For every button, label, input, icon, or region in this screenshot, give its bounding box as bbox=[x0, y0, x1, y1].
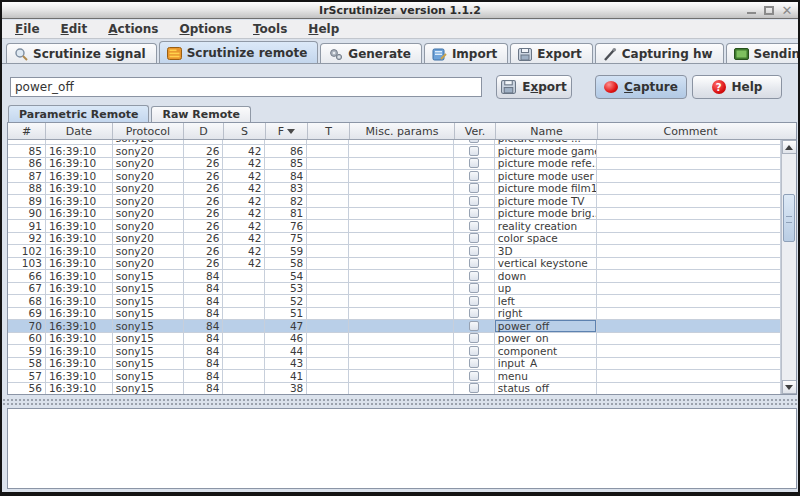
verified-checkbox[interactable] bbox=[469, 233, 479, 243]
floppy-disk-icon bbox=[518, 48, 532, 61]
maximize-button[interactable] bbox=[762, 4, 776, 17]
capture-button[interactable]: Capture bbox=[595, 75, 687, 99]
table-row[interactable]: 8616:39:10sony20264285picture mode refe.… bbox=[8, 158, 781, 171]
col-header-name[interactable]: Name bbox=[496, 123, 598, 139]
close-button[interactable]: ✕ bbox=[780, 4, 794, 17]
col-header-misc-params[interactable]: Misc. params bbox=[350, 123, 455, 139]
table-row[interactable]: 8916:39:10sony20264282picture mode TV bbox=[8, 195, 781, 208]
verified-checkbox[interactable] bbox=[469, 358, 479, 368]
table-row[interactable]: 10216:39:10sony202642593D bbox=[8, 245, 781, 258]
verified-checkbox[interactable] bbox=[469, 346, 479, 356]
menu-bar: File Edit Actions Options Tools Help bbox=[2, 20, 798, 39]
scroll-up-button[interactable] bbox=[782, 140, 797, 154]
table-row[interactable]: 8516:39:10sony20264286picture mode game bbox=[8, 145, 781, 158]
remote-sub-tabs: Parametric Remote Raw Remote bbox=[8, 105, 253, 122]
tab-import[interactable]: Import bbox=[424, 43, 508, 64]
scrollbar-track[interactable] bbox=[782, 154, 797, 380]
col-header-protocol[interactable]: Protocol bbox=[113, 123, 184, 139]
verified-checkbox[interactable] bbox=[469, 183, 479, 193]
verified-checkbox[interactable] bbox=[469, 296, 479, 306]
verified-checkbox[interactable] bbox=[469, 140, 479, 143]
tabstrip-divider bbox=[2, 63, 798, 64]
verified-checkbox[interactable] bbox=[469, 333, 479, 343]
tab-label: Capturing hw bbox=[622, 47, 713, 61]
verified-checkbox[interactable] bbox=[469, 258, 479, 268]
tab-raw-remote[interactable]: Raw Remote bbox=[151, 106, 251, 122]
verified-checkbox[interactable] bbox=[469, 308, 479, 318]
floppy-disk-icon bbox=[501, 80, 516, 94]
table-row[interactable]: 5816:39:10sony158443input_A bbox=[8, 358, 781, 371]
table-row[interactable]: 5616:39:10sony158438status_off bbox=[8, 383, 781, 395]
table-row[interactable]: 8716:39:10sony20264284picture mode user bbox=[8, 170, 781, 183]
verified-checkbox[interactable] bbox=[469, 383, 479, 393]
close-icon: ✕ bbox=[782, 4, 793, 17]
tab-sending-hw[interactable]: Sending hw bbox=[726, 43, 800, 64]
col-header-f[interactable]: F bbox=[266, 123, 308, 139]
verified-checkbox[interactable] bbox=[469, 208, 479, 218]
verified-checkbox[interactable] bbox=[469, 158, 479, 168]
table-row[interactable]: 6616:39:10sony158454down bbox=[8, 270, 781, 283]
table-row[interactable]: 5716:39:10sony158441menu bbox=[8, 370, 781, 383]
import-document-icon bbox=[432, 48, 447, 61]
col-header-date[interactable]: Date bbox=[46, 123, 113, 139]
menu-tools[interactable]: Tools bbox=[247, 21, 293, 37]
tab-scrutinize-signal[interactable]: Scrutinize signal bbox=[6, 43, 157, 64]
verified-checkbox[interactable] bbox=[469, 321, 479, 331]
table-row[interactable]: 6016:39:10sony158446power_on bbox=[8, 333, 781, 346]
app-window: IrScrutinizer version 1.1.2 ✕ File Edit … bbox=[0, 0, 800, 496]
split-pane-divider[interactable] bbox=[2, 398, 798, 406]
table-row[interactable]: 8816:39:10sony20264283picture mode film1 bbox=[8, 183, 781, 196]
window-title: IrScrutinizer version 1.1.2 bbox=[319, 4, 481, 17]
table-row[interactable]: sony20picture mode ... bbox=[8, 140, 781, 145]
verified-checkbox[interactable] bbox=[469, 171, 479, 181]
tab-capturing-hw[interactable]: Capturing hw bbox=[595, 43, 724, 64]
tab-scrutinize-remote[interactable]: Scrutinize remote bbox=[159, 41, 319, 64]
menu-options[interactable]: Options bbox=[173, 21, 238, 37]
green-screen-icon bbox=[734, 48, 749, 60]
gears-icon bbox=[328, 48, 343, 61]
tab-parametric-remote[interactable]: Parametric Remote bbox=[8, 105, 149, 122]
table-row[interactable]: 6716:39:10sony158453up bbox=[8, 283, 781, 296]
col-header-t[interactable]: T bbox=[308, 123, 350, 139]
verified-checkbox[interactable] bbox=[469, 146, 479, 156]
table-row[interactable]: 9116:39:10sony20264276reality creation bbox=[8, 220, 781, 233]
verified-checkbox[interactable] bbox=[469, 271, 479, 281]
subtab-label: Raw Remote bbox=[162, 108, 240, 121]
col-header-comment[interactable]: Comment bbox=[598, 123, 783, 139]
menu-actions[interactable]: Actions bbox=[102, 21, 164, 37]
col-header-d[interactable]: D bbox=[184, 123, 224, 139]
col-header-s[interactable]: S bbox=[224, 123, 266, 139]
table-row[interactable]: 6916:39:10sony158451right bbox=[8, 308, 781, 321]
scroll-down-button[interactable] bbox=[782, 380, 797, 394]
menu-file[interactable]: File bbox=[9, 21, 46, 37]
command-name-input[interactable] bbox=[10, 77, 482, 97]
col-header-ver[interactable]: Ver. bbox=[455, 123, 496, 139]
verified-checkbox[interactable] bbox=[469, 246, 479, 256]
table-row[interactable]: 7016:39:10sony158447power_off bbox=[8, 320, 781, 333]
menu-edit[interactable]: Edit bbox=[55, 21, 94, 37]
table-row[interactable]: 10316:39:10sony20264258vertical keystone bbox=[8, 258, 781, 271]
export-button[interactable]: Export bbox=[496, 75, 572, 99]
table-row[interactable]: 5916:39:10sony158444component bbox=[8, 345, 781, 358]
col-header-num[interactable]: # bbox=[8, 123, 46, 139]
arrow-down-icon bbox=[785, 385, 793, 390]
menu-help[interactable]: Help bbox=[302, 21, 345, 37]
table-row[interactable]: 6816:39:10sony158452left bbox=[8, 295, 781, 308]
probe-pen-icon bbox=[603, 48, 617, 61]
sort-descending-icon bbox=[287, 129, 295, 134]
title-bar: IrScrutinizer version 1.1.2 ✕ bbox=[2, 2, 798, 19]
verified-checkbox[interactable] bbox=[469, 371, 479, 381]
verified-checkbox[interactable] bbox=[469, 221, 479, 231]
help-button[interactable]: ? Help bbox=[692, 75, 782, 99]
minimize-button[interactable] bbox=[744, 4, 758, 17]
help-question-icon: ? bbox=[712, 80, 726, 94]
vertical-scrollbar[interactable] bbox=[781, 140, 796, 394]
console-output-area[interactable] bbox=[7, 408, 797, 489]
verified-checkbox[interactable] bbox=[469, 196, 479, 206]
tab-export[interactable]: Export bbox=[510, 43, 592, 64]
verified-checkbox[interactable] bbox=[469, 283, 479, 293]
table-row[interactable]: 9016:39:10sony20264281picture mode brig.… bbox=[8, 208, 781, 221]
table-row[interactable]: 9216:39:10sony20264275color space bbox=[8, 233, 781, 246]
tab-generate[interactable]: Generate bbox=[320, 43, 422, 64]
scrollbar-thumb[interactable] bbox=[783, 194, 795, 242]
